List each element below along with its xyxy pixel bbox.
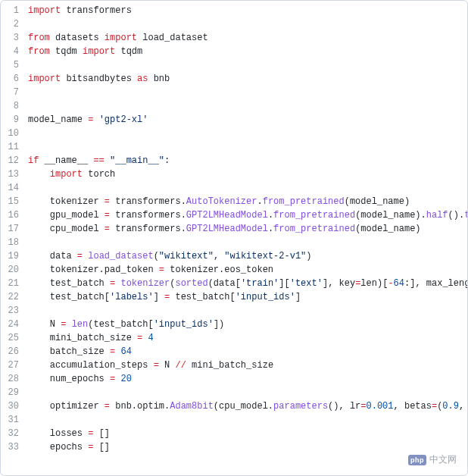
- line-number: 7: [1, 86, 28, 99]
- line-number: 28: [1, 372, 28, 386]
- line-number: 14: [1, 181, 28, 195]
- code-content: gpu_model = transformers.GPT2LMHeadModel…: [28, 208, 467, 222]
- line-number: 6: [1, 72, 28, 86]
- code-line: 27 accumulation_steps = N // mini_batch_…: [1, 359, 467, 372]
- line-number: 8: [1, 99, 28, 113]
- code-line: 7: [1, 86, 467, 99]
- line-number: 30: [1, 399, 28, 413]
- code-line: 30 optimizer = bnb.optim.Adam8bit(cpu_mo…: [1, 399, 467, 413]
- line-number: 24: [1, 318, 28, 331]
- code-content: accumulation_steps = N // mini_batch_siz…: [28, 359, 467, 372]
- watermark: php 中文网: [408, 453, 457, 466]
- line-number: 1: [1, 4, 28, 17]
- code-content: num_epochs = 20: [28, 372, 467, 386]
- line-number: 22: [1, 290, 28, 304]
- code-line: 16 gpu_model = transformers.GPT2LMHeadMo…: [1, 208, 467, 222]
- code-line: 24 N = len(test_batch['input_ids']): [1, 318, 467, 331]
- line-number: 10: [1, 127, 28, 140]
- code-line: 17 cpu_model = transformers.GPT2LMHeadMo…: [1, 222, 467, 236]
- line-number: 17: [1, 222, 28, 236]
- code-content: optimizer = bnb.optim.Adam8bit(cpu_model…: [28, 399, 467, 413]
- line-number: 15: [1, 195, 28, 208]
- code-line: 15 tokenizer = transformers.AutoTokenize…: [1, 195, 467, 208]
- code-line: 4from tqdm import tqdm: [1, 45, 467, 58]
- code-content: data = load_dataset("wikitext", "wikitex…: [28, 249, 467, 263]
- code-line: 8: [1, 99, 467, 113]
- code-line: 1import transformers: [1, 4, 467, 17]
- code-line: 5: [1, 58, 467, 72]
- code-line: 14: [1, 181, 467, 195]
- code-line: 21 test_batch = tokenizer(sorted(data['t…: [1, 277, 467, 290]
- code-line: 12if __name__ == "__main__":: [1, 154, 467, 168]
- line-number: 25: [1, 331, 28, 345]
- watermark-text: 中文网: [429, 453, 457, 466]
- line-number: 33: [1, 440, 28, 454]
- line-number: 13: [1, 168, 28, 181]
- code-line: 3from datasets import load_dataset: [1, 31, 467, 45]
- code-line: 19 data = load_dataset("wikitext", "wiki…: [1, 249, 467, 263]
- line-number: 20: [1, 263, 28, 277]
- line-number: 3: [1, 31, 28, 45]
- code-content: import transformers: [28, 4, 467, 17]
- line-number: 2: [1, 17, 28, 31]
- line-number: 27: [1, 359, 28, 372]
- code-line: 26 batch_size = 64: [1, 345, 467, 359]
- line-number: 31: [1, 413, 28, 427]
- code-content: tokenizer.pad_token = tokenizer.eos_toke…: [28, 263, 467, 277]
- code-content: import torch: [28, 168, 467, 181]
- code-line: 10: [1, 127, 467, 140]
- code-content: from tqdm import tqdm: [28, 45, 467, 58]
- code-line: 18: [1, 236, 467, 249]
- code-content: model_name = 'gpt2-xl': [28, 113, 467, 127]
- line-number: 26: [1, 345, 28, 359]
- code-content: batch_size = 64: [28, 345, 467, 359]
- code-line: 33 epochs = []: [1, 440, 467, 454]
- code-content: mini_batch_size = 4: [28, 331, 467, 345]
- code-line: 32 losses = []: [1, 427, 467, 440]
- line-number: 19: [1, 249, 28, 263]
- line-number: 9: [1, 113, 28, 127]
- code-line: 28 num_epochs = 20: [1, 372, 467, 386]
- line-number: 11: [1, 140, 28, 154]
- code-content: losses = []: [28, 427, 467, 440]
- code-content: test_batch = tokenizer(sorted(data['trai…: [28, 277, 467, 290]
- code-line: 29: [1, 386, 467, 399]
- line-number: 12: [1, 154, 28, 168]
- code-line: 31: [1, 413, 467, 427]
- code-line: 13 import torch: [1, 168, 467, 181]
- code-block: 1import transformers23from datasets impo…: [1, 1, 467, 457]
- code-line: 25 mini_batch_size = 4: [1, 331, 467, 345]
- code-line: 11: [1, 140, 467, 154]
- code-line: 22 test_batch['labels'] = test_batch['in…: [1, 290, 467, 304]
- line-number: 4: [1, 45, 28, 58]
- code-line: 23: [1, 304, 467, 318]
- code-content: epochs = []: [28, 440, 467, 454]
- code-line: 20 tokenizer.pad_token = tokenizer.eos_t…: [1, 263, 467, 277]
- line-number: 21: [1, 277, 28, 290]
- code-content: N = len(test_batch['input_ids']): [28, 318, 467, 331]
- code-content: if __name__ == "__main__":: [28, 154, 467, 168]
- line-number: 32: [1, 427, 28, 440]
- code-content: from datasets import load_dataset: [28, 31, 467, 45]
- php-icon: php: [408, 455, 426, 465]
- code-content: tokenizer = transformers.AutoTokenizer.f…: [28, 195, 467, 208]
- line-number: 16: [1, 208, 28, 222]
- code-line: 9model_name = 'gpt2-xl': [1, 113, 467, 127]
- code-line: 6import bitsandbytes as bnb: [1, 72, 467, 86]
- code-content: cpu_model = transformers.GPT2LMHeadModel…: [28, 222, 467, 236]
- line-number: 18: [1, 236, 28, 249]
- code-content: import bitsandbytes as bnb: [28, 72, 467, 86]
- line-number: 23: [1, 304, 28, 318]
- code-content: test_batch['labels'] = test_batch['input…: [28, 290, 467, 304]
- line-number: 5: [1, 58, 28, 72]
- line-number: 29: [1, 386, 28, 399]
- code-line: 2: [1, 17, 467, 31]
